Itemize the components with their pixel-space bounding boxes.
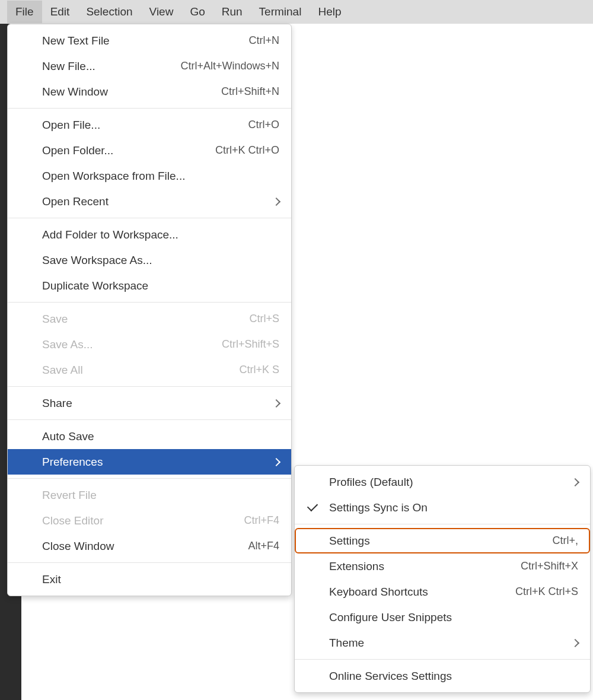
menu-item-shortcut: Ctrl+S: [249, 313, 279, 325]
menu-item-label: New File...: [42, 60, 168, 73]
menu-item-new-window[interactable]: New Window Ctrl+Shift+N: [8, 79, 291, 104]
menu-item-auto-save[interactable]: Auto Save: [8, 424, 291, 449]
menu-item-close-editor: Close Editor Ctrl+F4: [8, 508, 291, 533]
menubar: File Edit Selection View Go Run Terminal…: [0, 0, 593, 24]
menu-item-shortcut: Ctrl+Shift+S: [222, 338, 279, 351]
menu-item-label: Profiles (Default): [329, 476, 560, 489]
menu-item-label: Theme: [329, 637, 560, 650]
menu-item-label: Save As...: [42, 338, 210, 351]
menu-item-open-file[interactable]: Open File... Ctrl+O: [8, 112, 291, 138]
menu-item-shortcut: Ctrl+Alt+Windows+N: [180, 60, 279, 72]
menu-item-keyboard-shortcuts[interactable]: Keyboard Shortcuts Ctrl+K Ctrl+S: [295, 579, 590, 604]
menu-item-share[interactable]: Share: [8, 390, 291, 416]
menu-item-shortcut: Ctrl+O: [248, 119, 279, 131]
chevron-right-icon: [571, 478, 579, 486]
menu-item-open-folder[interactable]: Open Folder... Ctrl+K Ctrl+O: [8, 138, 291, 163]
menu-item-label: Close Window: [42, 540, 236, 553]
menu-item-shortcut: Ctrl+,: [552, 534, 578, 547]
menu-item-online-services-settings[interactable]: Online Services Settings: [295, 663, 590, 689]
menu-separator: [8, 108, 291, 109]
menu-item-label: Configure User Snippets: [329, 611, 578, 624]
menubar-item-view[interactable]: View: [141, 1, 182, 23]
menu-item-new-text-file[interactable]: New Text File Ctrl+N: [8, 28, 291, 53]
menu-item-label: Revert File: [42, 489, 279, 502]
menu-item-label: Share: [42, 397, 262, 410]
menu-separator: [8, 562, 291, 563]
chevron-right-icon: [272, 399, 280, 407]
menu-item-label: Open Workspace from File...: [42, 170, 279, 183]
menubar-item-go[interactable]: Go: [181, 1, 213, 23]
chevron-right-icon: [272, 457, 280, 466]
menu-item-preferences[interactable]: Preferences: [8, 449, 291, 475]
menu-item-shortcut: Ctrl+K S: [239, 364, 279, 376]
menu-separator: [8, 386, 291, 387]
menu-item-new-file[interactable]: New File... Ctrl+Alt+Windows+N: [8, 53, 291, 79]
menu-item-label: New Window: [42, 85, 209, 98]
menu-item-extensions[interactable]: Extensions Ctrl+Shift+X: [295, 553, 590, 579]
menu-item-label: Exit: [42, 573, 279, 586]
menu-item-profiles[interactable]: Profiles (Default): [295, 469, 590, 495]
menu-item-shortcut: Ctrl+K Ctrl+O: [215, 144, 279, 157]
chevron-right-icon: [571, 638, 579, 647]
menu-separator: [8, 478, 291, 479]
menubar-item-run[interactable]: Run: [213, 1, 251, 23]
menu-item-save-all: Save All Ctrl+K S: [8, 357, 291, 383]
menu-item-open-recent[interactable]: Open Recent: [8, 189, 291, 214]
menu-item-label: Open Folder...: [42, 144, 203, 157]
menubar-item-file[interactable]: File: [7, 1, 42, 23]
menu-item-label: Save All: [42, 364, 227, 377]
menu-item-duplicate-workspace[interactable]: Duplicate Workspace: [8, 273, 291, 298]
menu-item-label: Settings: [329, 534, 540, 548]
check-icon: [307, 501, 318, 511]
menu-item-label: Preferences: [42, 456, 262, 469]
menu-item-save-workspace-as[interactable]: Save Workspace As...: [8, 247, 291, 273]
menu-item-shortcut: Ctrl+F4: [244, 514, 279, 527]
menu-item-label: Duplicate Workspace: [42, 279, 279, 292]
menu-separator: [8, 302, 291, 303]
menu-item-settings-sync[interactable]: Settings Sync is On: [295, 495, 590, 520]
menu-item-save: Save Ctrl+S: [8, 306, 291, 332]
menu-item-label: Close Editor: [42, 514, 232, 527]
menu-separator: [8, 419, 291, 420]
menu-item-shortcut: Ctrl+N: [248, 34, 279, 47]
menu-item-shortcut: Ctrl+K Ctrl+S: [515, 586, 578, 598]
menu-item-theme[interactable]: Theme: [295, 630, 590, 656]
menubar-item-selection[interactable]: Selection: [78, 1, 141, 23]
menu-item-label: Extensions: [329, 560, 509, 573]
menu-item-save-as: Save As... Ctrl+Shift+S: [8, 332, 291, 357]
menu-item-label: Save: [42, 313, 237, 326]
menu-item-configure-user-snippets[interactable]: Configure User Snippets: [295, 604, 590, 630]
file-menu-dropdown: New Text File Ctrl+N New File... Ctrl+Al…: [7, 24, 292, 596]
preferences-submenu: Profiles (Default) Settings Sync is On S…: [294, 465, 591, 693]
menu-separator: [295, 659, 590, 660]
menu-item-close-window[interactable]: Close Window Alt+F4: [8, 533, 291, 559]
chevron-right-icon: [272, 197, 280, 205]
menu-item-shortcut: Ctrl+Shift+N: [221, 85, 279, 98]
menubar-item-edit[interactable]: Edit: [42, 1, 78, 23]
menu-item-open-workspace-from-file[interactable]: Open Workspace from File...: [8, 163, 291, 189]
menu-separator: [295, 524, 590, 524]
menubar-item-help[interactable]: Help: [310, 1, 349, 23]
menu-item-shortcut: Ctrl+Shift+X: [521, 560, 578, 572]
menu-item-label: Save Workspace As...: [42, 254, 279, 267]
menu-item-label: Keyboard Shortcuts: [329, 586, 503, 599]
menu-separator: [8, 218, 291, 218]
menu-item-label: Online Services Settings: [329, 670, 578, 683]
menubar-item-terminal[interactable]: Terminal: [251, 1, 310, 23]
menu-item-shortcut: Alt+F4: [248, 540, 279, 552]
menu-item-label: Open File...: [42, 119, 236, 132]
menu-item-label: Open Recent: [42, 195, 262, 208]
menu-item-settings[interactable]: Settings Ctrl+,: [295, 528, 590, 553]
menu-item-label: Add Folder to Workspace...: [42, 228, 279, 241]
menu-item-exit[interactable]: Exit: [8, 567, 291, 592]
menu-item-label: Auto Save: [42, 430, 279, 443]
menu-item-revert-file: Revert File: [8, 482, 291, 508]
menu-item-label: New Text File: [42, 34, 237, 47]
menu-item-add-folder-to-workspace[interactable]: Add Folder to Workspace...: [8, 222, 291, 247]
menu-item-label: Settings Sync is On: [329, 501, 578, 514]
